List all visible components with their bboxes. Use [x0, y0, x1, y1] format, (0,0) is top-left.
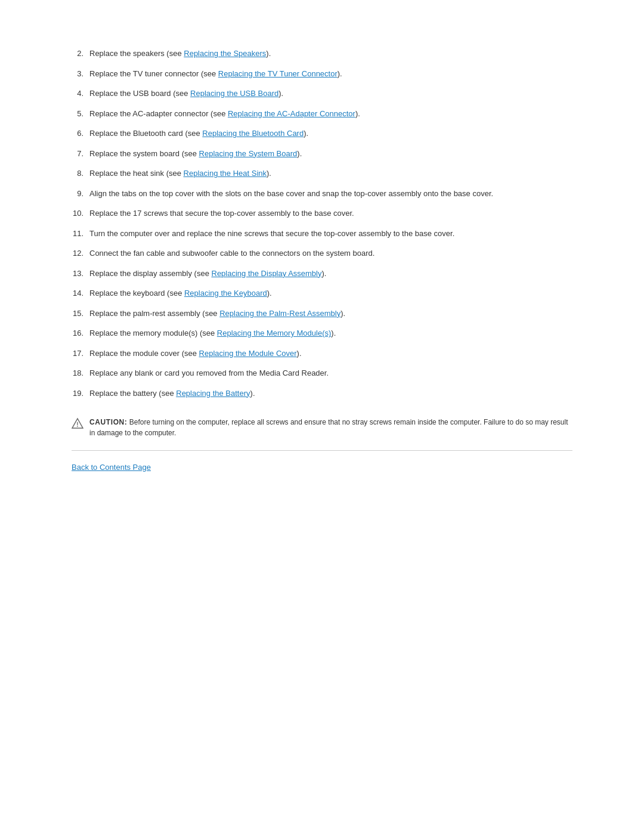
- step-link[interactable]: Replacing the Keyboard: [184, 289, 267, 298]
- list-number: 19.: [72, 388, 89, 400]
- list-item: 14.Replace the keyboard (see Replacing t…: [72, 287, 572, 299]
- list-content: Align the tabs on the top cover with the…: [89, 188, 572, 200]
- list-number: 5.: [72, 108, 89, 120]
- steps-list: 2.Replace the speakers (see Replacing th…: [72, 48, 572, 399]
- list-content: Replace the AC-adapter connector (see Re…: [89, 108, 572, 120]
- list-content: Replace the TV tuner connector (see Repl…: [89, 68, 572, 80]
- list-item: 6.Replace the Bluetooth card (see Replac…: [72, 128, 572, 140]
- list-content: Replace the USB board (see Replacing the…: [89, 88, 572, 100]
- list-number: 11.: [72, 228, 89, 240]
- list-number: 8.: [72, 168, 89, 179]
- caution-label: CAUTION:: [89, 418, 127, 426]
- back-to-contents-link[interactable]: Back to Contents Page: [72, 463, 151, 472]
- list-number: 4.: [72, 88, 89, 100]
- list-content: Replace the display assembly (see Replac…: [89, 268, 572, 280]
- list-number: 10.: [72, 208, 89, 219]
- list-number: 16.: [72, 327, 89, 339]
- step-link[interactable]: Replacing the Display Assembly: [212, 269, 322, 278]
- list-item: 4.Replace the USB board (see Replacing t…: [72, 88, 572, 100]
- list-item: 18.Replace any blank or card you removed…: [72, 367, 572, 379]
- caution-body: Before turning on the computer, replace …: [89, 418, 568, 437]
- list-number: 17.: [72, 348, 89, 360]
- list-number: 7.: [72, 148, 89, 160]
- step-link[interactable]: Replacing the Bluetooth Card: [202, 129, 304, 138]
- list-item: 15.Replace the palm-rest assembly (see R…: [72, 308, 572, 320]
- step-link[interactable]: Replacing the Battery: [176, 389, 250, 398]
- list-item: 5.Replace the AC-adapter connector (see …: [72, 108, 572, 120]
- list-number: 13.: [72, 268, 89, 280]
- list-content: Replace the keyboard (see Replacing the …: [89, 287, 572, 299]
- list-content: Connect the fan cable and subwoofer cabl…: [89, 247, 572, 259]
- list-number: 6.: [72, 128, 89, 140]
- list-content: Replace the module cover (see Replacing …: [89, 348, 572, 360]
- step-link[interactable]: Replacing the Heat Sink: [184, 169, 267, 178]
- step-link[interactable]: Replacing the TV Tuner Connector: [218, 69, 338, 78]
- list-content: Replace the battery (see Replacing the B…: [89, 388, 572, 400]
- step-link[interactable]: Replacing the USB Board: [190, 89, 278, 98]
- list-number: 15.: [72, 308, 89, 320]
- list-content: Replace the heat sink (see Replacing the…: [89, 168, 572, 179]
- list-item: 12.Connect the fan cable and subwoofer c…: [72, 247, 572, 259]
- list-item: 11.Turn the computer over and replace th…: [72, 228, 572, 240]
- list-content: Replace the system board (see Replacing …: [89, 148, 572, 160]
- list-item: 9.Align the tabs on the top cover with t…: [72, 188, 572, 200]
- list-item: 10.Replace the 17 screws that secure the…: [72, 208, 572, 219]
- list-number: 3.: [72, 68, 89, 80]
- list-content: Turn the computer over and replace the n…: [89, 228, 572, 240]
- list-number: 12.: [72, 247, 89, 259]
- list-content: Replace any blank or card you removed fr…: [89, 367, 572, 379]
- svg-text:!: !: [76, 422, 78, 428]
- caution-icon: !: [72, 417, 83, 431]
- list-item: 19.Replace the battery (see Replacing th…: [72, 388, 572, 400]
- step-link[interactable]: Replacing the Palm-Rest Assembly: [219, 309, 340, 318]
- list-item: 7.Replace the system board (see Replacin…: [72, 148, 572, 160]
- caution-text: CAUTION: Before turning on the computer,…: [89, 417, 572, 438]
- list-item: 3.Replace the TV tuner connector (see Re…: [72, 68, 572, 80]
- list-content: Replace the 17 screws that secure the to…: [89, 208, 572, 219]
- step-link[interactable]: Replacing the AC-Adapter Connector: [228, 109, 355, 118]
- list-number: 14.: [72, 287, 89, 299]
- caution-block: ! CAUTION: Before turning on the compute…: [72, 411, 572, 444]
- list-content: Replace the memory module(s) (see Replac…: [89, 327, 572, 339]
- list-content: Replace the palm-rest assembly (see Repl…: [89, 308, 572, 320]
- page-container: 2.Replace the speakers (see Replacing th…: [0, 0, 644, 519]
- step-link[interactable]: Replacing the Module Cover: [199, 349, 297, 358]
- list-content: Replace the speakers (see Replacing the …: [89, 48, 572, 60]
- step-link[interactable]: Replacing the System Board: [199, 149, 298, 158]
- list-item: 13.Replace the display assembly (see Rep…: [72, 268, 572, 280]
- list-item: 2.Replace the speakers (see Replacing th…: [72, 48, 572, 60]
- list-item: 17.Replace the module cover (see Replaci…: [72, 348, 572, 360]
- step-link[interactable]: Replacing the Memory Module(s): [217, 329, 331, 337]
- list-item: 8.Replace the heat sink (see Replacing t…: [72, 168, 572, 179]
- list-content: Replace the Bluetooth card (see Replacin…: [89, 128, 572, 140]
- list-item: 16.Replace the memory module(s) (see Rep…: [72, 327, 572, 339]
- list-number: 18.: [72, 367, 89, 379]
- divider: [72, 450, 572, 451]
- list-number: 9.: [72, 188, 89, 200]
- step-link[interactable]: Replacing the Speakers: [184, 49, 266, 58]
- list-number: 2.: [72, 48, 89, 60]
